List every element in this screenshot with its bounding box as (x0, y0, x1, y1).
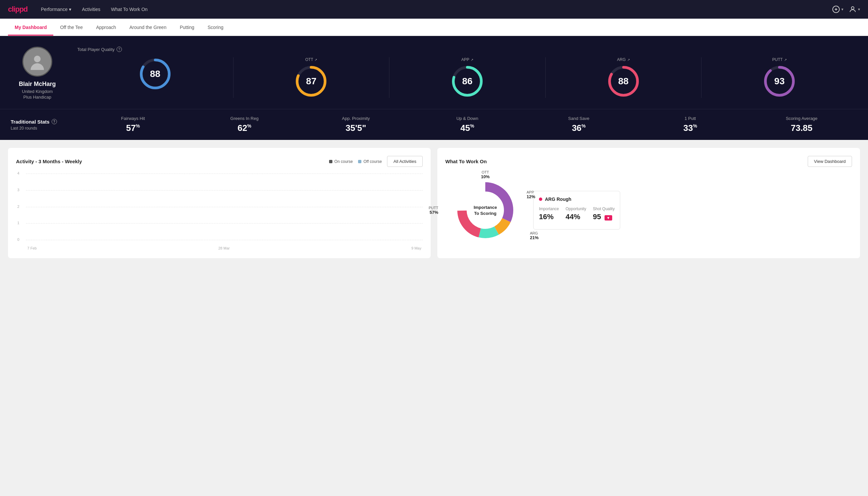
trad-stats-help-icon[interactable]: ? (52, 119, 57, 124)
putt-score: 93 (774, 76, 785, 87)
score-rings: 88 OTT ↗ 87 (77, 57, 857, 98)
wtw-shot-quality: Shot Quality 95 ▼ (593, 206, 615, 221)
view-dashboard-button[interactable]: View Dashboard (808, 156, 852, 167)
svg-text:Importance: Importance (474, 205, 497, 210)
off-course-dot (358, 160, 361, 163)
shot-quality-badge: ▼ (604, 215, 612, 220)
user-menu[interactable]: ▾ (849, 5, 860, 13)
activity-card-header: Activity - 3 Months - Weekly On course O… (16, 156, 423, 167)
all-activities-button[interactable]: All Activities (387, 156, 423, 167)
tab-scoring[interactable]: Scoring (201, 19, 230, 36)
svg-text:To Scoring: To Scoring (474, 211, 496, 216)
stat-1-putt: 1 Putt 33% (634, 116, 746, 133)
donut-svg: Importance To Scoring (452, 177, 519, 244)
stat-sand-save: Sand Save 36% (523, 116, 634, 133)
ott-outer-label: OTT 10% (481, 170, 490, 179)
arg-arrow-icon: ↗ (627, 58, 630, 62)
x-label-may: 9 May (411, 246, 421, 250)
stat-scoring-average: Scoring Average 73.85 (746, 116, 857, 133)
wtw-metrics: Importance 16% Opportunity 44% Shot Qual… (539, 206, 615, 221)
chevron-down-icon: ▾ (841, 7, 843, 12)
wtw-title: What To Work On (445, 158, 487, 164)
stat-greens-in-reg: Greens In Reg 62% (189, 116, 300, 133)
chevron-down-icon: ▾ (69, 7, 71, 12)
player-handicap: Plus Handicap (23, 95, 51, 99)
putt-outer-label: PUTT 57% (429, 206, 438, 215)
on-course-dot (329, 160, 332, 163)
logo[interactable]: clippd (8, 5, 28, 14)
ring-app: APP ↗ 86 (389, 57, 546, 98)
top-navigation: clippd Performance ▾ Activities What To … (0, 0, 868, 19)
avatar (22, 47, 52, 77)
app-outer-label: APP 12% (526, 190, 535, 199)
tpq-help-icon[interactable]: ? (116, 47, 122, 52)
tab-around-the-green[interactable]: Around the Green (123, 19, 173, 36)
nav-right: ▾ ▾ (832, 5, 860, 13)
traditional-stats-bar: Traditional Stats ? Last 20 rounds Fairw… (0, 109, 868, 140)
activity-chart-area: 4 3 2 1 0 (16, 173, 423, 250)
activity-card: Activity - 3 Months - Weekly On course O… (8, 148, 431, 258)
donut-with-labels: OTT 10% APP 12% ARG 21% PUTT (445, 173, 525, 247)
add-button[interactable]: ▾ (832, 5, 843, 13)
tabs-bar: My Dashboard Off the Tee Approach Around… (0, 19, 868, 36)
ring-overall-container: 88 (139, 57, 172, 91)
ring-putt: PUTT ↗ 93 (701, 57, 857, 98)
player-name: Blair McHarg (19, 81, 56, 88)
ott-score: 87 (306, 76, 316, 87)
svg-point-5 (34, 56, 41, 62)
ring-app-container: 86 (451, 65, 484, 98)
nav-activities[interactable]: Activities (82, 7, 100, 12)
tab-my-dashboard[interactable]: My Dashboard (8, 19, 53, 36)
tab-putting[interactable]: Putting (173, 19, 201, 36)
ring-overall: 88 (77, 57, 234, 98)
x-label-feb: 7 Feb (27, 246, 37, 250)
tpq-label: Total Player Quality ? (77, 47, 857, 52)
ring-putt-container: 93 (763, 65, 796, 98)
traditional-stats-label: Traditional Stats ? Last 20 rounds (11, 119, 77, 130)
app-arrow-icon: ↗ (471, 58, 473, 62)
arg-outer-label: ARG 21% (530, 231, 539, 240)
ring-arg: ARG ↗ 88 (546, 57, 702, 98)
chart-legend: On course Off course All Activities (329, 156, 423, 167)
x-label-mar: 28 Mar (218, 246, 230, 250)
ring-ott-container: 87 (295, 65, 328, 98)
legend-off-course: Off course (358, 159, 382, 164)
what-to-work-on-card: What To Work On View Dashboard OTT 10% A… (437, 148, 860, 258)
wtw-card-header: What To Work On View Dashboard (445, 156, 852, 167)
bottom-section: Activity - 3 Months - Weekly On course O… (0, 140, 868, 266)
bars-container (26, 173, 423, 240)
stat-up-and-down: Up & Down 45% (412, 116, 523, 133)
nav-what-to-work-on[interactable]: What To Work On (111, 7, 147, 12)
nav-links: Performance ▾ Activities What To Work On (41, 7, 832, 12)
x-axis-labels: 7 Feb 28 Mar 9 May (26, 246, 423, 250)
legend-on-course: On course (329, 159, 353, 164)
hero-section: Blair McHarg United Kingdom Plus Handica… (0, 36, 868, 109)
wtw-info-card: ARG Rough Importance 16% Opportunity 44%… (533, 191, 620, 230)
donut-section: OTT 10% APP 12% ARG 21% PUTT (445, 173, 852, 247)
ott-arrow-icon: ↗ (314, 58, 317, 62)
putt-arrow-icon: ↗ (784, 58, 787, 62)
scores-section: Total Player Quality ? 88 (77, 47, 857, 98)
player-info: Blair McHarg United Kingdom Plus Handica… (11, 47, 64, 99)
player-country: United Kingdom (22, 89, 53, 94)
nav-performance[interactable]: Performance ▾ (41, 7, 71, 12)
arg-score: 88 (618, 76, 629, 87)
donut-wrapper: OTT 10% APP 12% ARG 21% PUTT (445, 173, 525, 247)
stat-fairways-hit: Fairways Hit 57% (77, 116, 189, 133)
overall-score: 88 (150, 68, 160, 79)
tab-off-the-tee[interactable]: Off the Tee (53, 19, 89, 36)
activity-chart-title: Activity - 3 Months - Weekly (16, 158, 82, 164)
stat-app-proximity: App. Proximity 35'5" (300, 116, 412, 133)
ring-ott: OTT ↗ 87 (234, 57, 390, 98)
wtw-importance: Importance 16% (539, 206, 559, 221)
tab-approach[interactable]: Approach (89, 19, 123, 36)
svg-point-3 (851, 7, 854, 9)
chevron-down-icon: ▾ (858, 7, 860, 12)
app-score: 86 (462, 76, 472, 87)
wtw-info-header: ARG Rough (539, 197, 615, 202)
red-dot-icon (539, 198, 542, 201)
ring-arg-container: 88 (607, 65, 640, 98)
wtw-opportunity: Opportunity 44% (566, 206, 586, 221)
